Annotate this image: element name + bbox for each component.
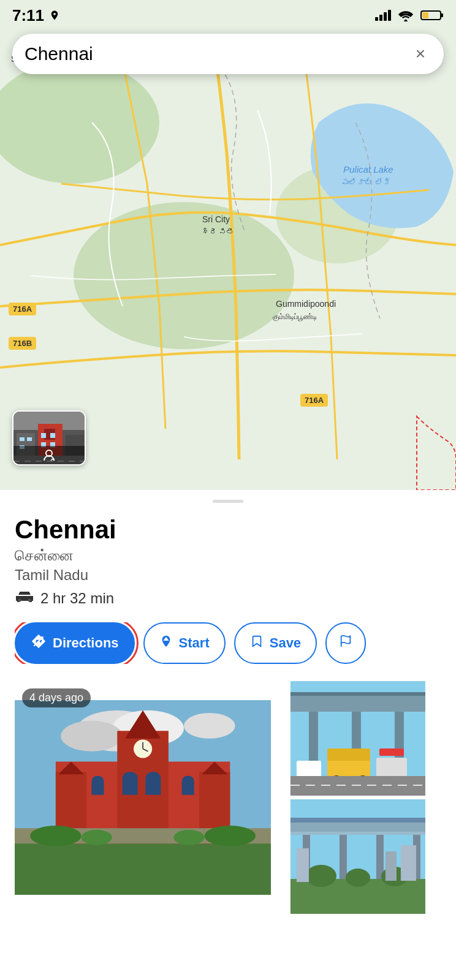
flag-button[interactable] — [325, 622, 366, 664]
place-name-english: Chennai — [15, 515, 441, 545]
start-label: Start — [179, 635, 210, 651]
svg-point-0 — [405, 20, 407, 21]
bottom-sheet: Chennai சென்னை Tamil Nadu 2 hr 32 min Di… — [0, 490, 456, 929]
signal-icon — [375, 10, 391, 21]
svg-rect-17 — [41, 433, 46, 438]
search-bar[interactable]: Chennai × — [12, 34, 444, 74]
svg-rect-78 — [401, 845, 416, 881]
directions-icon — [31, 633, 47, 653]
small-photo-2-img — [275, 799, 441, 914]
street-view-thumbnail[interactable] — [12, 410, 86, 466]
svg-rect-15 — [27, 437, 32, 441]
svg-point-30 — [61, 721, 122, 752]
save-label: Save — [270, 635, 301, 651]
svg-point-46 — [82, 830, 112, 845]
action-buttons-row: Directions Start Save — [15, 622, 441, 664]
photo-badge-timestamp: 4 days ago — [22, 688, 91, 707]
directions-label: Directions — [53, 635, 119, 651]
search-clear-button[interactable]: × — [409, 43, 431, 65]
status-time: 7:11 — [12, 6, 60, 25]
svg-rect-55 — [327, 748, 370, 761]
place-state: Tamil Nadu — [15, 567, 441, 584]
save-button[interactable]: Save — [234, 622, 317, 664]
battery-icon — [420, 9, 444, 21]
wifi-icon — [397, 9, 414, 21]
travel-duration: 2 hr 32 min — [40, 590, 114, 607]
svg-rect-3 — [422, 12, 428, 18]
search-query: Chennai — [25, 43, 409, 64]
svg-rect-62 — [291, 776, 425, 796]
svg-point-47 — [173, 830, 204, 845]
map-container[interactable]: Srikalahasti Pulicat Lake పులికాట్ లేక్ … — [0, 0, 456, 490]
status-bar: 7:11 — [0, 0, 456, 31]
photo-large[interactable]: 4 days ago — [15, 681, 271, 914]
start-icon — [159, 635, 173, 652]
svg-rect-67 — [291, 818, 425, 823]
save-icon — [250, 635, 264, 652]
travel-time-row: 2 hr 32 min — [15, 589, 441, 608]
car-icon — [15, 589, 34, 608]
street-view-icon — [13, 446, 85, 464]
svg-rect-79 — [386, 851, 397, 881]
small-photo-1-img — [275, 681, 441, 796]
photo-small-2[interactable] — [275, 799, 441, 914]
flag-icon — [339, 635, 352, 652]
status-icons — [375, 9, 444, 21]
directions-button[interactable]: Directions — [15, 622, 135, 664]
svg-point-44 — [30, 826, 82, 846]
svg-rect-49 — [291, 693, 425, 712]
svg-rect-58 — [376, 758, 407, 779]
svg-rect-2 — [441, 13, 443, 17]
large-photo-img — [15, 681, 271, 914]
svg-point-75 — [346, 869, 370, 887]
place-name-local: சென்னை — [15, 547, 441, 564]
svg-point-25 — [28, 599, 31, 602]
photos-grid: 4 days ago — [15, 681, 441, 914]
svg-point-45 — [204, 826, 256, 846]
svg-rect-50 — [291, 692, 425, 696]
svg-point-31 — [184, 713, 235, 739]
svg-rect-18 — [50, 433, 55, 438]
drag-handle[interactable] — [213, 500, 243, 503]
svg-rect-14 — [20, 437, 25, 441]
svg-point-74 — [306, 865, 336, 887]
location-active-icon — [49, 10, 60, 21]
svg-point-24 — [18, 599, 21, 602]
start-button[interactable]: Start — [143, 622, 226, 664]
svg-rect-68 — [291, 832, 425, 835]
svg-rect-77 — [297, 848, 309, 882]
photo-small-1[interactable] — [275, 681, 441, 796]
svg-rect-64 — [379, 748, 404, 756]
